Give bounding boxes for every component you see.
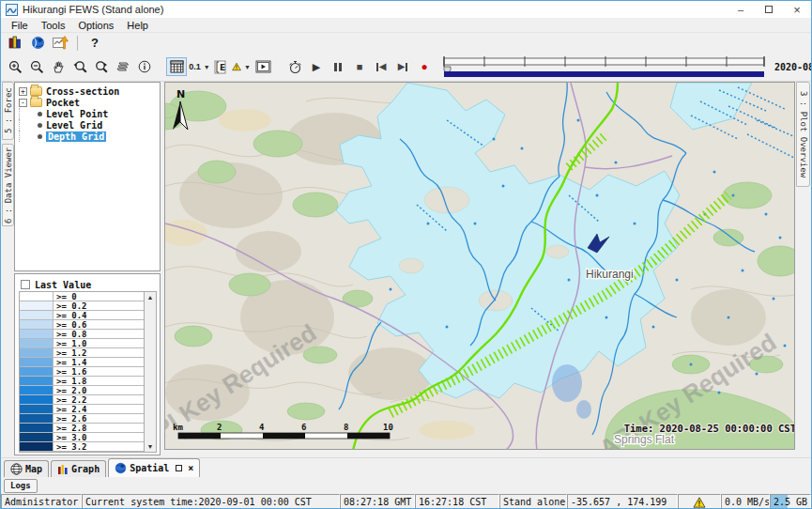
bar-chart-icon [8, 36, 23, 50]
expand-icon[interactable]: + [19, 87, 27, 96]
status-warning[interactable] [678, 494, 721, 509]
maximize-icon [765, 6, 773, 13]
area-label: Springs Flat [614, 433, 675, 446]
record-button[interactable]: ● [414, 57, 435, 76]
play-icon: ▶ [313, 61, 320, 73]
color-swatch [20, 292, 54, 301]
zoom-in-button[interactable] [5, 57, 25, 76]
color-swatch [20, 320, 54, 329]
map-toolbar: 0.1 ▼ E ▼ ▶ ■ ◀ ▶ ● 2020-08-25 00:00:00 … [1, 53, 811, 82]
zoom-out-button[interactable] [26, 57, 47, 76]
legend-scrollbar[interactable]: ▲ ▼ [144, 292, 156, 452]
legend-row: >= 2.0 [20, 386, 144, 395]
tree-item-level-grid[interactable]: Level Grid [19, 119, 160, 131]
tree-item-pocket[interactable]: - Pocket [19, 97, 160, 108]
chevron-down-icon: ▼ [244, 64, 251, 70]
tab-graph[interactable]: Graph [51, 460, 106, 477]
info-icon [138, 60, 151, 73]
legend-row: >= 3.0 [20, 433, 144, 442]
status-network-rate: 0.0 MB/s [721, 494, 770, 509]
slider-datetime: 2020-08-25 00:00:00 CST [774, 62, 812, 72]
color-swatch [20, 442, 54, 451]
svg-text:2: 2 [217, 423, 222, 432]
grid-icon [170, 60, 184, 73]
scroll-up-icon[interactable]: ▲ [147, 292, 154, 302]
stopwatch-icon [288, 60, 302, 74]
menu-file[interactable]: File [5, 20, 35, 31]
left-tab-strip: 5 : Forec 6 : Data Viewer [1, 82, 14, 457]
tree-item-level-point[interactable]: Level Point [19, 108, 160, 119]
record-icon: ● [421, 60, 427, 73]
database-viewer-button[interactable] [5, 34, 25, 53]
legend-row: >= 0.2 [20, 301, 144, 311]
maximize-button[interactable] [755, 1, 783, 18]
warnings-dropdown[interactable]: ▼ [231, 57, 252, 76]
legend-row: >= 3.2 [20, 442, 144, 452]
legend-row: >= 0.6 [20, 320, 144, 330]
tab-spatial[interactable]: Spatial × [108, 458, 200, 477]
pause-button[interactable] [328, 57, 348, 76]
menu-options[interactable]: Options [71, 20, 120, 31]
logs-button[interactable]: Logs [4, 479, 38, 493]
color-swatch [20, 311, 54, 319]
tree-item-cross-section[interactable]: + Cross-section [19, 85, 160, 97]
timeseries-display-button[interactable] [50, 34, 70, 53]
map-viewport[interactable]: API Key Required API Key Required Hikura… [164, 82, 795, 450]
skip-end-icon [406, 63, 407, 71]
zoom-next-button[interactable] [91, 57, 112, 76]
color-swatch [20, 339, 54, 347]
menu-help[interactable]: Help [120, 20, 155, 31]
zoom-previous-button[interactable] [69, 57, 90, 76]
tab-plot-overview[interactable]: 3 : Plot Overview [796, 82, 810, 187]
menu-tools[interactable]: Tools [35, 20, 72, 31]
last-value-label: Last Value [35, 280, 91, 290]
status-local-time: 16:27:18 CST [415, 494, 499, 509]
legend-row: >= 1.4 [20, 358, 144, 367]
app-logo-icon [6, 4, 18, 16]
color-swatch [20, 367, 54, 376]
info-button[interactable] [134, 57, 155, 76]
pan-button[interactable] [48, 57, 69, 76]
tab-forecasts[interactable]: 5 : Forec [2, 82, 14, 140]
status-mode: Stand alone [499, 494, 567, 509]
close-panel-icon[interactable]: × [188, 463, 193, 473]
legend-panel: Last Value >= 0 >= 0.2 >= 0.4 >= 0.6 >= … [14, 273, 161, 455]
tree-item-depth-grid[interactable]: Depth Grid [19, 131, 160, 142]
svg-text:4: 4 [259, 423, 265, 432]
pause-icon [334, 63, 342, 71]
warning-icon [232, 60, 241, 73]
stop-button[interactable]: ■ [349, 57, 370, 76]
folder-icon [30, 98, 42, 107]
svg-text:N: N [176, 88, 185, 100]
labels-toggle-button[interactable]: E [209, 57, 230, 76]
interval-value: 0.1 [189, 62, 201, 71]
skip-to-start-button[interactable]: ◀ [371, 57, 391, 76]
bar-chart-icon [57, 464, 69, 475]
skip-to-end-button[interactable]: ▶ [392, 57, 413, 76]
globe-icon [115, 462, 127, 474]
right-tab-strip: 3 : Plot Overview [795, 82, 811, 457]
color-swatch [20, 386, 54, 394]
svg-text:8: 8 [344, 423, 348, 432]
help-button[interactable]: ? [84, 34, 105, 53]
last-value-checkbox[interactable] [21, 280, 30, 289]
collapse-icon[interactable]: - [19, 99, 27, 107]
color-swatch [20, 377, 54, 385]
legend-row: >= 0.4 [20, 311, 144, 320]
globe-icon [31, 36, 45, 50]
close-button[interactable]: × [783, 1, 811, 18]
layers-button[interactable] [113, 57, 133, 76]
play-button[interactable]: ▶ [306, 57, 327, 76]
main-area: 5 : Forec 6 : Data Viewer + Cross-sectio… [1, 82, 811, 457]
contour-interval-dropdown[interactable]: 0.1 ▼ [188, 57, 208, 76]
tab-data-viewer[interactable]: 6 : Data Viewer [2, 144, 14, 226]
tab-map[interactable]: Map [4, 460, 49, 477]
grid-display-button[interactable] [166, 57, 187, 76]
minimize-button[interactable]: – [727, 1, 755, 18]
animation-window-button[interactable] [253, 57, 273, 76]
scroll-down-icon[interactable]: ▼ [147, 441, 154, 452]
time-slider[interactable] [441, 54, 768, 79]
spatial-display-button[interactable] [27, 34, 48, 53]
animation-speed-button[interactable] [284, 57, 305, 76]
maximize-panel-icon[interactable] [176, 465, 182, 471]
